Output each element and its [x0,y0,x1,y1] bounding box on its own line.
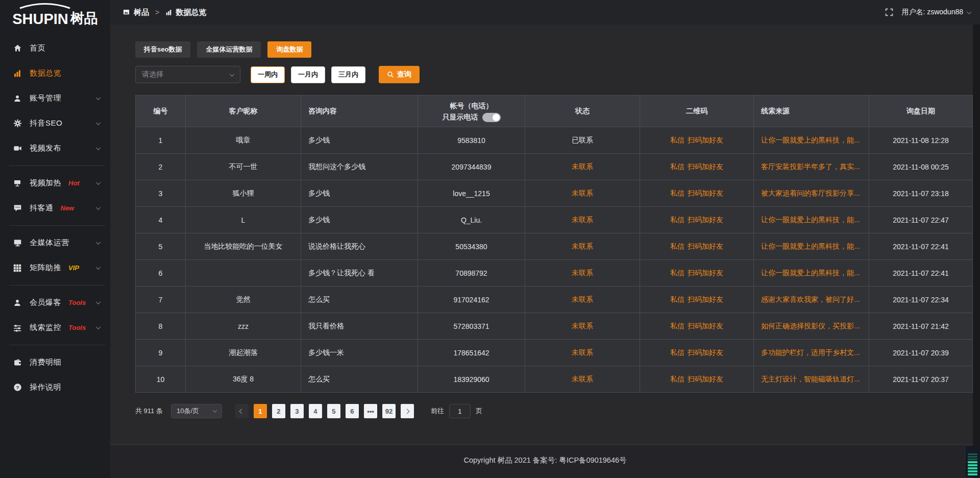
col-date: 询盘日期 [869,95,973,127]
cell-id: 1 [136,127,186,154]
sidebar-item-account-mgmt[interactable]: 账号管理 [0,86,110,111]
page-size-select[interactable]: 10条/页 [171,404,222,418]
sidebar-item-label: 数据总览 [30,68,61,78]
qr-message-link[interactable]: 私信 [670,322,684,331]
copyright-text: Copyright 树品 2021 备案号: 粤ICP备09019646号 [463,456,626,478]
period-week-button[interactable]: 一周内 [251,66,285,83]
qr-message-link[interactable]: 私信 [670,375,684,384]
sidebar-item-data-overview[interactable]: 数据总览 [0,61,110,86]
sidebar-item-video-publish[interactable]: 视频发布 [0,136,110,161]
sidebar-item-member-leads[interactable]: 会员爆客 Tools [0,290,110,315]
qr-add-friend-link[interactable]: 扫码加好友 [688,269,723,278]
qr-add-friend-link[interactable]: 扫码加好友 [688,375,723,384]
period-quarter-button[interactable]: 三月内 [331,66,365,83]
sidebar-item-matrix-boost[interactable]: 矩阵助推 VIP [0,255,110,280]
cell-nickname: 潮起潮落 [186,340,301,366]
prev-page-button[interactable] [235,404,249,418]
tab-media-operation-data[interactable]: 全媒体运营数据 [197,41,261,58]
sidebar-item-label: 线索监控 [30,323,61,332]
qr-message-link[interactable]: 私信 [670,348,684,357]
qr-message-link[interactable]: 私信 [670,189,684,198]
sidebar-item-media-operation[interactable]: 全媒体运营 [0,230,110,255]
source-link[interactable]: 感谢大家喜欢我家，被问了好... [761,295,860,303]
page-ellipsis-button[interactable]: ••• [364,404,377,418]
qr-add-friend-link[interactable]: 扫码加好友 [688,216,723,225]
cell-inquiry: 怎么买 [301,366,418,393]
qr-add-friend-link[interactable]: 扫码加好友 [688,189,723,198]
page-button-4[interactable]: 4 [309,404,322,418]
query-button[interactable]: 查询 [379,66,420,83]
qr-add-friend-link[interactable]: 扫码加好友 [688,322,723,331]
qr-add-friend-link[interactable]: 扫码加好友 [688,242,723,251]
table-header-row: 编号 客户昵称 咨询内容 帐号（电话） 只显示电话 状态 二维码 线索来源 询盘… [136,95,973,127]
source-link[interactable]: 被大家追着问的客厅投影分享... [761,189,860,197]
sidebar-item-doukeTong[interactable]: 抖客通 New [0,196,110,221]
billboard-icon [12,179,22,188]
cell-source: 让你一眼就爱上的黑科技，能... [754,260,869,286]
sidebar-divider [9,225,105,226]
qr-message-link[interactable]: 私信 [670,295,684,304]
table-row: 2 不可一世 我想问这个多少钱 2097344839 未联系 私信扫码加好友 客… [136,154,973,180]
source-link[interactable]: 无主灯设计，智能磁吸轨道灯... [761,375,860,383]
breadcrumb-home[interactable]: 树品 [134,8,149,17]
period-month-button[interactable]: 一月内 [291,66,325,83]
page-button-2[interactable]: 2 [272,404,285,418]
page-button-92[interactable]: 92 [382,404,396,418]
toggle-knob [493,114,500,121]
tab-inquiry-data[interactable]: 询盘数据 [267,41,311,58]
sidebar-item-video-heat[interactable]: 视频加热 Hot [0,171,110,196]
page-button-3[interactable]: 3 [290,404,304,418]
cell-source: 让你一眼就爱上的黑科技，能... [754,207,869,233]
source-link[interactable]: 客厅安装投影半年多了，真实... [761,162,860,171]
qr-message-link[interactable]: 私信 [670,269,684,278]
qr-message-link[interactable]: 私信 [670,162,684,172]
qr-add-friend-link[interactable]: 扫码加好友 [688,136,723,145]
tab-douyin-seo-data[interactable]: 抖音seo数据 [135,41,190,58]
phone-only-toggle[interactable] [482,113,501,122]
filter-select[interactable]: 请选择 [135,66,240,83]
source-link[interactable]: 让你一眼就爱上的黑科技，能... [761,242,860,250]
sidebar-item-leads-monitor[interactable]: 线索监控 Tools [0,315,110,340]
qr-message-link[interactable]: 私信 [670,242,684,251]
col-account: 帐号（电话） 只显示电话 [418,95,525,127]
page-button-1[interactable]: 1 [254,404,267,418]
sidebar-item-label: 抖客通 [30,203,54,213]
corner-widget[interactable] [966,446,979,477]
cell-id: 3 [136,180,186,207]
brand-logo: SHUPIN 树品 [0,0,110,31]
sidebar-item-expense-detail[interactable]: 消费明细 [0,350,110,375]
qr-add-friend-link[interactable]: 扫码加好友 [688,162,723,172]
user-menu[interactable]: 用户名: zswodun88 [901,8,971,17]
qr-add-friend-link[interactable]: 扫码加好友 [688,348,723,357]
page-button-5[interactable]: 5 [327,404,340,418]
source-link[interactable]: 多功能护栏灯，适用于乡村文... [761,348,860,356]
user-icon [12,94,22,103]
qr-add-friend-link[interactable]: 扫码加好友 [688,295,723,304]
next-page-button[interactable] [401,404,414,418]
cell-source: 被大家追着问的客厅投影分享... [754,180,869,207]
sidebar-item-douyin-seo[interactable]: 抖音SEO [0,111,110,136]
sidebar-item-help[interactable]: ? 操作说明 [0,375,110,400]
sidebar-item-home[interactable]: 首页 [0,36,110,61]
cell-date: 2021-11-07 22:41 [869,260,973,286]
source-link[interactable]: 如何正确选择投影仪，买投影... [761,322,860,330]
qr-message-link[interactable]: 私信 [670,136,684,145]
cell-nickname: 不可一世 [186,154,301,180]
cell-status: 未联系 [525,207,640,233]
source-link[interactable]: 让你一眼就爱上的黑科技，能... [761,216,860,224]
breadcrumb: 树品 > 数据总览 [122,8,206,17]
goto-page-input[interactable] [449,404,471,418]
qr-message-link[interactable]: 私信 [670,216,684,225]
breadcrumb-current: 数据总览 [176,8,206,17]
page-button-6[interactable]: 6 [346,404,359,418]
chevron-down-icon [96,95,101,100]
cell-date: 2021-11-07 20:39 [869,340,973,366]
cell-id: 6 [136,260,186,286]
source-link[interactable]: 让你一眼就爱上的黑科技，能... [761,269,860,277]
source-link[interactable]: 让你一眼就爱上的黑科技，能... [761,136,860,144]
chevron-down-icon [213,408,217,412]
cell-status: 未联系 [525,366,640,393]
cell-status: 已联系 [525,127,640,154]
fullscreen-icon[interactable] [885,8,893,16]
sidebar-item-label: 首页 [30,43,45,53]
